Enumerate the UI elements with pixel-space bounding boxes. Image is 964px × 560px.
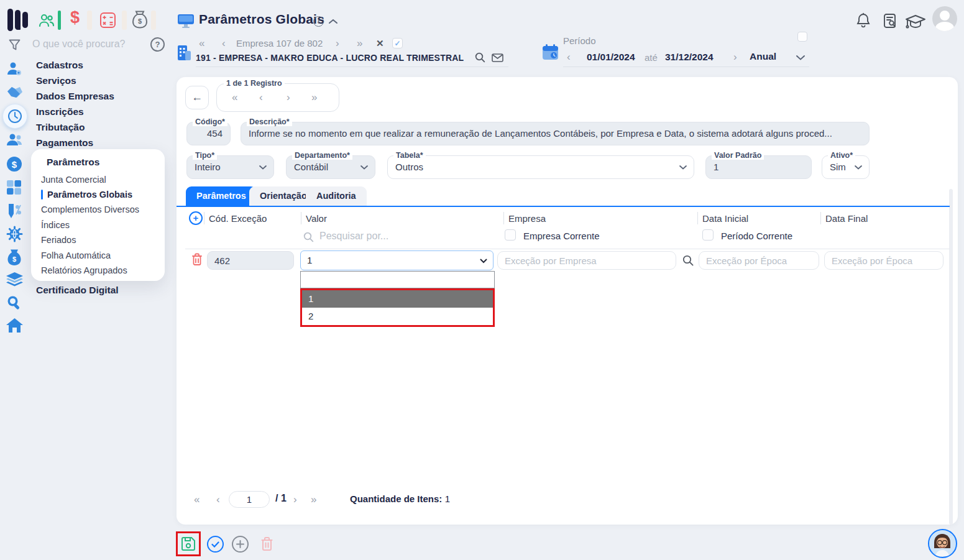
clock-icon-active[interactable] bbox=[2, 104, 27, 129]
save-button[interactable] bbox=[180, 536, 196, 552]
empresa-lookup-icon[interactable] bbox=[682, 255, 694, 266]
add-row-button[interactable]: + bbox=[189, 211, 203, 225]
tab-auditoria[interactable]: Auditoria bbox=[306, 186, 367, 206]
calculator-icon[interactable] bbox=[6, 180, 22, 195]
period-prev-icon[interactable]: ‹ bbox=[567, 51, 571, 63]
assistant-avatar[interactable] bbox=[928, 529, 957, 558]
company-first-icon[interactable]: « bbox=[199, 37, 204, 50]
sidebar-item-inscricoes[interactable]: Inscrições bbox=[36, 106, 84, 117]
building-icon bbox=[177, 45, 191, 61]
people-module-icon[interactable] bbox=[38, 12, 55, 29]
period-end-date[interactable]: 31/12/2024 bbox=[665, 52, 714, 63]
record-first-icon[interactable]: « bbox=[232, 91, 237, 104]
row-delete-trash-icon[interactable] bbox=[191, 253, 203, 266]
submenu-item-indices[interactable]: Índices bbox=[41, 220, 70, 230]
period-mode-chevron-down-icon[interactable] bbox=[796, 55, 806, 61]
valor-option-empty[interactable] bbox=[300, 271, 495, 288]
sidebar-search-input[interactable] bbox=[32, 39, 144, 50]
grid-search-input[interactable] bbox=[319, 231, 456, 242]
help-icon[interactable]: ? bbox=[150, 37, 165, 52]
valor-option-2[interactable]: 2 bbox=[302, 308, 493, 325]
periodo-corrente-checkbox[interactable] bbox=[702, 229, 714, 241]
people-icon[interactable] bbox=[6, 132, 22, 147]
period-mode-select[interactable]: Anual bbox=[750, 51, 776, 62]
sidebar-item-pagamentos[interactable]: Pagamentos bbox=[36, 137, 93, 149]
delete-button[interactable] bbox=[260, 536, 273, 551]
company-next-icon[interactable]: › bbox=[336, 37, 339, 50]
panel-scrollbar[interactable] bbox=[949, 189, 953, 525]
period-checkbox[interactable] bbox=[797, 32, 807, 42]
excecao-epoca-final-input[interactable] bbox=[824, 251, 943, 270]
back-button[interactable]: ← bbox=[185, 86, 209, 109]
sidebar-item-tributacao[interactable]: Tributação bbox=[36, 122, 85, 133]
period-separator: até bbox=[645, 52, 658, 63]
notifications-bell-icon[interactable] bbox=[856, 12, 871, 29]
column-header-cod-excecao: Cód. Exceção bbox=[209, 213, 267, 224]
user-avatar[interactable] bbox=[932, 6, 957, 31]
departamento-field[interactable]: Departamento* Contábil bbox=[286, 155, 375, 179]
search-module-icon[interactable] bbox=[6, 295, 22, 311]
confirm-button[interactable] bbox=[207, 536, 224, 553]
page-number-input[interactable]: 1 bbox=[229, 491, 270, 508]
filter-funnel-icon[interactable] bbox=[9, 39, 21, 51]
page-prev-icon[interactable]: ‹ bbox=[216, 493, 220, 506]
cod-excecao-input[interactable] bbox=[207, 251, 294, 270]
valor-select[interactable]: 1 bbox=[300, 250, 493, 270]
sidebar-item-servicos[interactable]: Serviços bbox=[36, 75, 76, 86]
add-button[interactable] bbox=[232, 536, 249, 553]
svg-text:$: $ bbox=[12, 255, 16, 263]
submenu-item-complementos-diversos[interactable]: Complementos Diversos bbox=[41, 204, 139, 214]
record-next-icon[interactable]: › bbox=[287, 91, 290, 104]
period-start-date[interactable]: 01/01/2024 bbox=[587, 52, 635, 63]
avatar-head bbox=[940, 11, 950, 21]
empresa-corrente-checkbox[interactable] bbox=[505, 229, 516, 241]
tab-parametros[interactable]: Parâmetros bbox=[186, 186, 257, 206]
excecao-epoca-inicial-input[interactable] bbox=[699, 251, 819, 270]
submenu-item-relatorios-agrupados[interactable]: Relatórios Agrupados bbox=[41, 265, 127, 275]
company-last-icon[interactable]: » bbox=[357, 37, 362, 50]
record-nav: 1 de 1 Registro « ‹ › » bbox=[216, 83, 339, 112]
moneybag-blue-icon[interactable]: $ bbox=[6, 249, 22, 267]
excecao-empresa-input[interactable] bbox=[497, 251, 676, 270]
submenu-item-parametros-globais[interactable]: Parâmetros Globais bbox=[41, 190, 132, 200]
envelope-icon[interactable] bbox=[492, 53, 503, 62]
submenu-item-feriados[interactable]: Feriados bbox=[41, 235, 76, 245]
period-next-icon[interactable]: › bbox=[733, 51, 737, 63]
page-last-icon[interactable]: » bbox=[311, 493, 316, 506]
company-search-icon[interactable] bbox=[475, 52, 485, 63]
dollar-circle-icon[interactable]: $ bbox=[6, 156, 22, 172]
person-gear-icon[interactable] bbox=[6, 61, 22, 77]
calculator-module-icon[interactable] bbox=[99, 12, 116, 29]
submenu-item-folha-automatica[interactable]: Folha Automática bbox=[41, 250, 111, 260]
page-first-icon[interactable]: « bbox=[194, 493, 200, 506]
submenu-title-parametros[interactable]: Parâmetros bbox=[47, 157, 99, 168]
handshake-icon[interactable] bbox=[6, 85, 22, 99]
record-last-icon[interactable]: » bbox=[311, 91, 317, 104]
sidebar-item-dados-empresas[interactable]: Dados Empresas bbox=[36, 91, 114, 102]
finance-module-icon[interactable]: $ bbox=[70, 8, 80, 27]
page-next-icon[interactable]: › bbox=[293, 493, 297, 506]
submenu-item-junta-comercial[interactable]: Junta Comercial bbox=[41, 175, 106, 185]
gear-globe-icon[interactable] bbox=[6, 226, 22, 242]
layers-icon[interactable] bbox=[6, 272, 22, 287]
company-filter-checkbox[interactable]: ✓ bbox=[392, 38, 403, 48]
module-divider bbox=[87, 11, 92, 30]
company-prev-icon[interactable]: ‹ bbox=[222, 37, 226, 50]
info-icon[interactable]: i bbox=[313, 16, 324, 27]
tabela-field[interactable]: Tabela* Outros bbox=[387, 155, 694, 179]
document-search-icon[interactable] bbox=[883, 13, 897, 29]
valor-option-1[interactable]: 1 bbox=[302, 290, 493, 308]
app-logo[interactable] bbox=[7, 8, 32, 32]
tipo-field[interactable]: Tipo* Inteiro bbox=[186, 155, 274, 179]
sidebar-item-cadastros[interactable]: Cadastros bbox=[36, 60, 83, 71]
collapse-chevron-up-icon[interactable] bbox=[328, 18, 338, 24]
record-prev-icon[interactable]: ‹ bbox=[259, 91, 263, 104]
sidebar-item-certificado-digital[interactable]: Certificado Digital bbox=[36, 285, 119, 296]
graduation-cap-icon[interactable] bbox=[905, 14, 926, 29]
company-clear-icon[interactable]: ✕ bbox=[376, 38, 384, 49]
moneybag-module-icon[interactable]: $ bbox=[131, 10, 149, 29]
tax-pen-icon[interactable] bbox=[6, 203, 22, 219]
items-count-value: 1 bbox=[445, 493, 450, 504]
home-icon[interactable] bbox=[6, 318, 22, 333]
ativo-field[interactable]: Ativo* Sim bbox=[822, 155, 870, 179]
